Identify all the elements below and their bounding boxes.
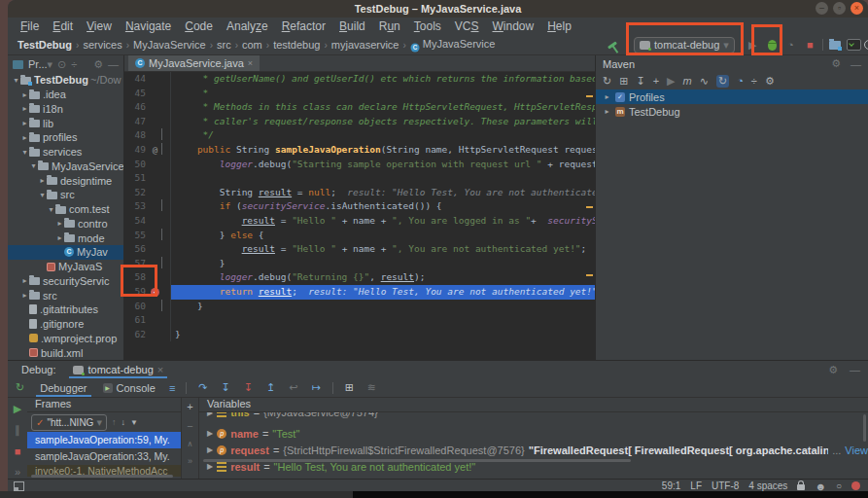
maven-tree-item[interactable]: ▸mTestDebug xyxy=(596,104,868,119)
step-over-icon[interactable]: ↷ xyxy=(198,381,207,394)
hide-panel-icon[interactable]: — xyxy=(108,58,119,70)
build-hammer-icon[interactable] xyxy=(608,35,617,54)
maven-offline-icon[interactable]: ∿ xyxy=(700,75,709,88)
maven-generate-sources-icon[interactable]: ⊞ xyxy=(619,75,628,88)
menu-refactor[interactable]: Refactor xyxy=(275,19,332,33)
project-tree-item[interactable]: ▾TestDebug~/Dow xyxy=(8,73,123,88)
tree-arrow-icon[interactable]: ▾ xyxy=(12,76,20,85)
project-tree-item[interactable]: ▾MyJavaService xyxy=(8,160,123,174)
status-item[interactable]: 4 spaces xyxy=(748,480,787,491)
gutter-annotation[interactable] xyxy=(149,100,161,115)
code-line[interactable]: 52 String result = null; result: "Hello … xyxy=(124,186,595,200)
code-line[interactable]: 55 } else { xyxy=(124,229,595,243)
code-text[interactable] xyxy=(170,313,595,328)
status-item[interactable]: LF xyxy=(690,480,702,491)
code-area[interactable]: 44 * getUserName() and getUserId() etc w… xyxy=(124,72,595,360)
variable-row[interactable]: ▶pname="Test" xyxy=(199,425,868,442)
tree-arrow-icon[interactable]: ▸ xyxy=(20,104,29,113)
project-tree-item[interactable]: ▸designtime xyxy=(8,173,123,188)
project-tree-item[interactable]: ▸src xyxy=(8,288,123,302)
project-tree-item[interactable]: CMyJav xyxy=(8,245,123,260)
variable-row[interactable]: ▶this={MyJavaService@7574} xyxy=(199,412,868,425)
gutter-annotation[interactable] xyxy=(149,328,161,342)
move-up-icon[interactable]: ∧ xyxy=(188,440,193,448)
menu-view[interactable]: View xyxy=(80,19,119,33)
stop-icon[interactable]: ■ xyxy=(15,445,21,457)
fold-gutter[interactable] xyxy=(161,229,170,243)
menu-build[interactable]: Build xyxy=(332,19,372,33)
project-tree-item[interactable]: ▸profiles xyxy=(8,130,123,145)
gutter-annotation[interactable] xyxy=(149,242,161,257)
project-structure-button[interactable] xyxy=(829,35,841,54)
code-text[interactable]: * caller's request/response objects resp… xyxy=(170,115,595,129)
tree-arrow-icon[interactable]: ▸ xyxy=(55,233,64,242)
fold-gutter[interactable] xyxy=(161,313,170,328)
gear-icon[interactable]: ⚙ xyxy=(93,58,103,71)
code-text[interactable]: if (securityService.isAuthenticated()) { xyxy=(170,199,595,214)
profiler-button[interactable]: ◔ xyxy=(787,35,794,54)
gutter-annotation[interactable] xyxy=(149,300,161,314)
fold-gutter[interactable] xyxy=(161,115,170,129)
maven-refresh-icon[interactable]: ↻ xyxy=(603,75,611,88)
code-text[interactable]: * Methods in this class can declare Http… xyxy=(170,100,595,115)
fold-gutter[interactable] xyxy=(161,214,170,229)
code-text[interactable]: * getUserName() and getUserId() etc whic… xyxy=(170,72,595,87)
fold-gutter[interactable] xyxy=(161,143,170,158)
gutter-annotation[interactable] xyxy=(149,313,161,328)
locate-file-icon[interactable]: ⊙ xyxy=(57,58,66,71)
code-text[interactable]: */ xyxy=(170,128,595,143)
close-icon[interactable]: × xyxy=(157,364,163,375)
code-text[interactable]: * xyxy=(170,87,595,101)
gutter-annotation[interactable] xyxy=(149,115,161,129)
code-line[interactable]: 61 xyxy=(124,313,595,328)
hector-icon[interactable]: ☻ xyxy=(815,480,826,492)
code-line[interactable]: 46 * Methods in this class can declare H… xyxy=(124,100,595,115)
maven-run-icon[interactable]: ▶ xyxy=(667,75,675,88)
filter-funnel-icon[interactable]: ▼ xyxy=(130,418,138,427)
minimize-button[interactable]: – xyxy=(816,2,828,15)
project-tree-item[interactable]: ▸i18n xyxy=(8,102,123,117)
fold-gutter[interactable] xyxy=(161,328,170,342)
hide-panel-icon[interactable]: — xyxy=(850,364,860,376)
gear-icon[interactable]: ⚙ xyxy=(831,57,841,70)
maximize-button[interactable]: ▫ xyxy=(833,2,846,15)
breadcrumb-item[interactable]: testdebug xyxy=(273,39,320,51)
fold-gutter[interactable] xyxy=(161,158,170,172)
code-line[interactable]: 51 xyxy=(124,171,595,186)
code-line[interactable]: 47 * caller's request/response objects r… xyxy=(124,115,595,129)
expand-arrow-icon[interactable]: ▶ xyxy=(207,445,213,454)
project-tree-item[interactable]: ▸lib xyxy=(8,116,123,130)
project-tree-item[interactable]: MyJavaS xyxy=(8,260,123,274)
tree-arrow-icon[interactable]: ▾ xyxy=(20,148,29,157)
maven-execute-goal-icon[interactable]: m xyxy=(683,75,692,87)
rerun-icon[interactable]: ↻ xyxy=(16,381,24,394)
expand-arrow-icon[interactable]: ▶ xyxy=(207,412,213,417)
frame-row[interactable]: sampleJavaOperation:33, My. xyxy=(27,448,181,465)
menu-edit[interactable]: Edit xyxy=(46,19,80,33)
expand-arrow-icon[interactable]: ▶ xyxy=(207,429,213,438)
project-tree-item[interactable]: ▾services xyxy=(8,145,123,160)
code-text[interactable]: logger.debug("Starting sample operation … xyxy=(170,158,595,172)
code-line[interactable]: 57 } xyxy=(124,257,595,271)
tree-arrow-icon[interactable]: ▾ xyxy=(29,161,38,170)
collapse-all-icon[interactable]: ÷ xyxy=(71,58,77,70)
search-everywhere-button[interactable] xyxy=(864,35,868,54)
fold-gutter[interactable] xyxy=(161,300,170,314)
debug-session-tab[interactable]: tomcat-debug × xyxy=(69,361,167,378)
project-tree-item[interactable]: build.xml xyxy=(8,345,123,360)
menu-vcs[interactable]: VCS xyxy=(448,19,486,33)
tree-arrow-icon[interactable]: ▸ xyxy=(20,276,29,285)
add-watch-icon[interactable]: + xyxy=(187,401,192,412)
code-line[interactable]: 62} xyxy=(124,328,595,342)
fold-gutter[interactable] xyxy=(161,285,170,300)
terminal-button[interactable] xyxy=(847,35,861,54)
lock-icon[interactable] xyxy=(797,484,805,490)
error-indicator-icon[interactable] xyxy=(851,481,860,490)
menu-code[interactable]: Code xyxy=(178,19,220,33)
menu-file[interactable]: File xyxy=(14,19,46,33)
project-view-selector[interactable]: Pr...▾ xyxy=(28,58,52,71)
project-tree-item[interactable]: .gitignore xyxy=(8,317,123,332)
step-into-icon[interactable]: ↧ xyxy=(222,381,230,394)
code-text[interactable] xyxy=(170,171,595,186)
fold-gutter[interactable] xyxy=(161,72,170,87)
